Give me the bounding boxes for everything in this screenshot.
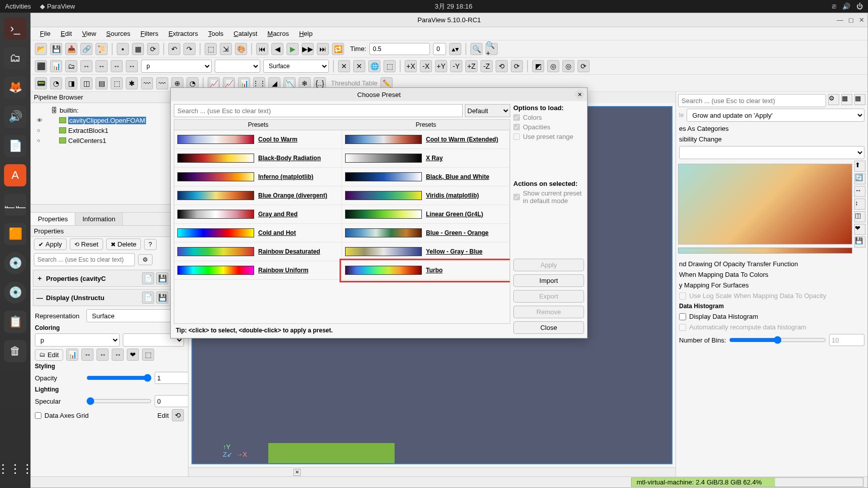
preset-rainbow-desat[interactable]: Rainbow Desaturated <box>174 242 342 261</box>
cam-icon[interactable]: ✕ <box>338 60 350 72</box>
minusy-icon[interactable]: -Y <box>450 60 462 72</box>
preset-export-button[interactable]: Export <box>513 290 584 303</box>
specular-slider[interactable] <box>86 397 152 405</box>
toggle2-icon[interactable]: ◎ <box>547 60 559 72</box>
window-minimize[interactable]: — <box>837 16 843 24</box>
color-bar[interactable] <box>678 248 852 254</box>
opacity-editor[interactable] <box>678 164 852 245</box>
edit-color-icon[interactable]: 🗂 <box>65 60 77 72</box>
bins-slider[interactable] <box>729 336 826 344</box>
preset-cold-hot[interactable]: Cold and Hot <box>174 224 342 242</box>
show-color-icon[interactable]: 📊 <box>50 60 62 72</box>
warp-icon[interactable]: 〰 <box>156 77 168 89</box>
side-icon7[interactable]: 💾 <box>854 236 865 248</box>
specular-value[interactable] <box>155 395 188 407</box>
sec2-save-icon[interactable]: 💾 <box>156 291 168 304</box>
minusz-icon[interactable]: -Z <box>480 60 493 72</box>
launcher-rhythmbox[interactable]: 🔊 <box>4 106 26 128</box>
launcher-trash[interactable]: 🗑 <box>4 340 26 362</box>
cmap-sq2-icon[interactable]: ▦ <box>854 94 865 105</box>
activities-button[interactable]: Activities <box>5 3 31 10</box>
cmap-icon6[interactable]: ⬚ <box>142 349 154 361</box>
preset-gray-red[interactable]: Gray and Red <box>174 205 342 224</box>
slice-icon[interactable]: ◫ <box>80 77 92 89</box>
extract-icon[interactable]: ⬚ <box>205 43 217 55</box>
data-axes-check[interactable] <box>35 412 41 419</box>
disp-hist-check[interactable] <box>679 313 686 320</box>
menu-sources[interactable]: Sources <box>102 28 134 39</box>
side-icon6[interactable]: ❤ <box>854 224 865 235</box>
reload-icon[interactable]: ⟳ <box>147 43 159 55</box>
preset-import-button[interactable]: Import <box>513 274 584 287</box>
preset-search-input[interactable] <box>174 104 463 117</box>
preset-black-body[interactable]: Black-Body Radiation <box>174 149 342 168</box>
sec2-copy-icon[interactable]: 📄 <box>142 291 154 304</box>
preset-inferno[interactable]: Inferno (matplotlib) <box>174 168 342 186</box>
menu-file[interactable]: File <box>36 28 55 39</box>
menu-extractors[interactable]: Extractors <box>164 28 202 39</box>
pipeline-builtin[interactable]: builtin: <box>60 107 79 114</box>
power-icon[interactable]: ⏻ <box>856 3 863 10</box>
section-properties[interactable]: ＋Properties (cavityC 📄💾⟲ <box>33 270 186 287</box>
app-menu[interactable]: ◆ ParaView <box>40 3 75 10</box>
plusx-icon[interactable]: +X <box>405 60 417 72</box>
preset-blue-orange[interactable]: Blue Orange (divergent) <box>174 186 342 205</box>
loop-icon[interactable]: 🔁 <box>332 43 344 55</box>
box-icon[interactable]: ▪ <box>117 43 129 55</box>
coloring-select[interactable]: p <box>35 333 120 347</box>
play-icon[interactable]: ▶ <box>286 43 299 55</box>
next-frame-icon[interactable]: ▶▶ <box>302 43 314 55</box>
edit-colormap-button[interactable]: 🗂 Edit <box>35 349 63 361</box>
contour-icon[interactable]: ◔ <box>50 77 62 89</box>
launcher-showapps[interactable]: ⋮⋮⋮ <box>4 458 26 480</box>
cmap-gear-icon[interactable]: ⚙ <box>828 94 839 105</box>
plusy-icon[interactable]: +Y <box>435 60 447 72</box>
pipeline-tree[interactable]: 🗄builtin: 👁cavityClipped.OpenFOAM ○Extra… <box>31 103 188 204</box>
pipeline-item-1[interactable]: ExtractBlock1 <box>68 127 108 134</box>
window-close[interactable]: ✕ <box>859 16 864 24</box>
grow-select[interactable]: Grow and update on 'Apply' <box>687 109 864 122</box>
prev-frame-icon[interactable]: ◀ <box>271 43 283 55</box>
toggle4-icon[interactable]: ⟳ <box>577 60 590 72</box>
rescale4-icon[interactable]: ↔ <box>126 60 138 72</box>
undo-icon[interactable]: ↶ <box>168 43 180 55</box>
advanced-toggle[interactable]: ⚙ <box>138 254 153 265</box>
launcher-disk2[interactable]: 💿 <box>4 281 26 304</box>
cmap-icon1[interactable]: 📊 <box>66 349 78 361</box>
preset-cool-to-warm-extended[interactable]: Cool to Warm (Extended) <box>342 130 510 149</box>
sec-copy-icon[interactable]: 📄 <box>142 272 154 284</box>
script-icon[interactable]: 📜 <box>95 43 108 55</box>
delete-button[interactable]: ✖ Delete <box>106 238 141 250</box>
toggle1-icon[interactable]: ◩ <box>532 60 544 72</box>
layout-close-icon[interactable]: ✕ <box>294 469 301 476</box>
axes-reset-icon[interactable]: ⟲ <box>172 409 184 421</box>
zoom-fit-icon[interactable]: 🔍+ <box>486 43 498 55</box>
clip-icon[interactable]: ◨ <box>65 77 77 89</box>
launcher-terminal[interactable]: ›_ <box>4 18 26 40</box>
extract-s-icon[interactable]: ⬚ <box>111 77 123 89</box>
side-icon5[interactable]: ◫ <box>854 211 865 222</box>
tab-properties[interactable]: Properties <box>31 213 75 225</box>
tab-information[interactable]: Information <box>75 213 123 225</box>
pipeline-hscroll[interactable] <box>31 204 188 212</box>
reset-button[interactable]: ⟲ Reset <box>70 238 103 250</box>
menu-edit[interactable]: Edit <box>57 28 76 39</box>
cmap-sq1-icon[interactable]: ▦ <box>841 94 852 105</box>
launcher-sublime[interactable]: 🟧 <box>4 223 26 245</box>
opacity-value[interactable] <box>155 372 188 384</box>
preset-remove-button[interactable]: Remove <box>513 306 584 318</box>
rescale-icon[interactable]: ↔ <box>80 60 92 72</box>
plusz-icon[interactable]: +Z <box>465 60 477 72</box>
preset-viridis[interactable]: Viridis (matplotlib) <box>342 186 510 205</box>
menu-help[interactable]: Help <box>295 28 317 39</box>
solid-color-icon[interactable]: ⬛ <box>35 60 47 72</box>
export-icon[interactable]: ⇲ <box>220 43 232 55</box>
bins-value[interactable] <box>829 334 864 346</box>
preset-filter-select[interactable]: Default <box>465 104 510 117</box>
preset-cool-to-warm[interactable]: Cool to Warm <box>174 130 342 149</box>
launcher-disk1[interactable]: 💿 <box>4 252 26 274</box>
preset-xray[interactable]: X Ray <box>342 149 510 168</box>
calculator-icon[interactable]: 📟 <box>35 77 47 89</box>
first-frame-icon[interactable]: ⏮ <box>256 43 268 55</box>
globe-icon[interactable]: 🌐 <box>368 60 380 72</box>
